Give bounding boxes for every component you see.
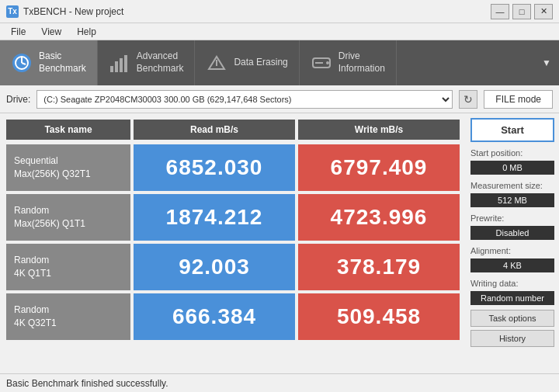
measurement-size-value: 512 MB (470, 193, 554, 207)
header-read: Read mB/s (134, 120, 295, 140)
write-value-1: 4723.996 (298, 194, 460, 241)
write-value-0: 6797.409 (298, 144, 460, 191)
task-name-2: Random 4K Q1T1 (6, 244, 130, 290)
file-mode-button[interactable]: FILE mode (484, 90, 553, 109)
data-erasing-icon (206, 52, 227, 74)
header-task-name: Task name (6, 120, 130, 140)
prewrite-value: Disabled (470, 226, 554, 240)
drive-information-icon (311, 52, 332, 74)
main-content: Task name Read mB/s Write mB/s Sequentia… (0, 113, 559, 373)
basic-benchmark-label: Basic Benchmark (39, 50, 86, 75)
alignment-value: 4 KB (470, 258, 554, 272)
task-name-3: Random 4K Q32T1 (6, 293, 130, 340)
table-row: Random Max(256K) Q1T1 1874.212 4723.996 (6, 194, 460, 241)
read-value-0: 6852.030 (134, 144, 295, 191)
menu-bar: File View Help (0, 23, 559, 40)
start-position-value: 0 MB (470, 161, 554, 175)
table-row: Random 4K Q1T1 92.003 378.179 (6, 244, 460, 290)
write-value-2: 378.179 (298, 244, 460, 290)
drive-information-label: Drive Information (339, 50, 385, 75)
svg-rect-4 (110, 66, 113, 72)
table-row: Sequential Max(256K) Q32T1 6852.030 6797… (6, 144, 460, 191)
read-value-2: 92.003 (134, 244, 295, 290)
table-row: Random 4K Q32T1 666.384 509.458 (6, 293, 460, 340)
status-bar: Basic Benchmark finished successfully. (0, 373, 559, 392)
measurement-size-label: Measurement size: (470, 181, 554, 190)
bench-header: Task name Read mB/s Write mB/s (6, 120, 460, 140)
toolbar: Basic Benchmark Advanced Benchmark Data … (0, 40, 559, 85)
prewrite-label: Prewrite: (470, 213, 554, 223)
read-value-3: 666.384 (134, 293, 295, 340)
svg-rect-7 (124, 55, 127, 72)
advanced-benchmark-label: Advanced Benchmark (137, 50, 184, 75)
title-bar: Tx TxBENCH - New project — □ ✕ (0, 0, 559, 23)
writing-data-label: Writing data: (470, 279, 554, 288)
app-icon: Tx (6, 5, 19, 18)
svg-rect-5 (115, 61, 118, 72)
header-write: Write mB/s (298, 120, 460, 140)
task-options-button[interactable]: Task options (470, 310, 554, 327)
toolbar-advanced-benchmark[interactable]: Advanced Benchmark (98, 40, 196, 85)
drive-select[interactable]: (C:) Seagate ZP2048CM30003 300.00 GB (62… (36, 90, 453, 109)
history-button[interactable]: History (470, 330, 554, 347)
start-button[interactable]: Start (470, 118, 554, 142)
toolbar-overflow[interactable]: ▼ (534, 40, 559, 85)
start-position-label: Start position: (470, 148, 554, 158)
bench-table: Task name Read mB/s Write mB/s Sequentia… (0, 113, 466, 373)
close-button[interactable]: ✕ (534, 4, 553, 19)
minimize-button[interactable]: — (491, 4, 509, 19)
status-message: Basic Benchmark finished successfully. (6, 378, 168, 389)
menu-file[interactable]: File (3, 25, 33, 39)
title-controls: — □ ✕ (491, 4, 553, 19)
read-value-1: 1874.212 (134, 194, 295, 241)
alignment-label: Alignment: (470, 246, 554, 255)
right-panel: Start Start position: 0 MB Measurement s… (466, 113, 559, 373)
toolbar-data-erasing[interactable]: Data Erasing (195, 40, 299, 85)
drive-refresh-button[interactable]: ↻ (459, 90, 477, 109)
basic-benchmark-icon (11, 52, 33, 74)
maximize-button[interactable]: □ (512, 4, 531, 19)
task-name-1: Random Max(256K) Q1T1 (6, 194, 130, 241)
svg-point-13 (326, 61, 329, 64)
data-erasing-label: Data Erasing (234, 57, 287, 69)
drive-bar: Drive: (C:) Seagate ZP2048CM30003 300.00… (0, 85, 559, 113)
task-name-0: Sequential Max(256K) Q32T1 (6, 144, 130, 191)
title-text: TxBENCH - New project (23, 6, 491, 17)
toolbar-drive-information[interactable]: Drive Information (300, 40, 397, 85)
drive-label: Drive: (6, 94, 30, 105)
svg-rect-6 (120, 58, 123, 72)
menu-help[interactable]: Help (69, 25, 104, 39)
write-value-3: 509.458 (298, 293, 460, 340)
writing-data-value: Random number (470, 291, 554, 305)
advanced-benchmark-icon (109, 52, 130, 74)
menu-view[interactable]: View (33, 25, 69, 39)
toolbar-basic-benchmark[interactable]: Basic Benchmark (0, 40, 98, 85)
